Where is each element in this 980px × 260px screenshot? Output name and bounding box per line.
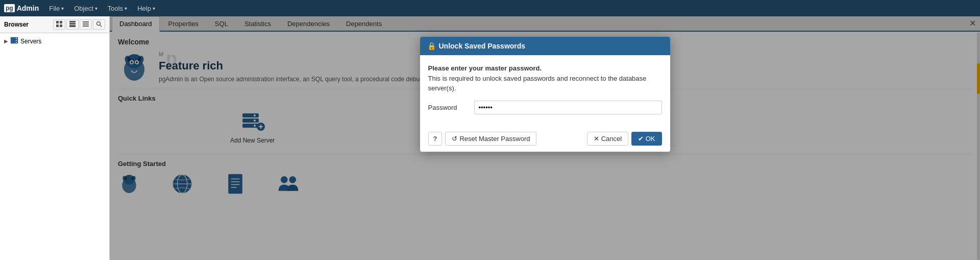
- modal-overlay: 🔒 Unlock Saved Passwords Please enter yo…: [110, 16, 980, 260]
- server-icon-svg: [10, 37, 18, 44]
- main-layout: Browser ▶: [0, 16, 980, 260]
- sidebar: Browser ▶: [0, 16, 110, 260]
- sidebar-title: Browser: [4, 21, 29, 28]
- sidebar-toolbar: [53, 19, 105, 30]
- table-icon: [69, 21, 76, 27]
- password-input[interactable]: [474, 101, 662, 114]
- modal-body: Please enter your master password. This …: [420, 55, 670, 128]
- logo-pg: pg: [4, 4, 15, 12]
- ok-button[interactable]: ✔ OK: [631, 132, 662, 146]
- lock-icon: 🔒: [427, 42, 436, 50]
- content-area: Dashboard Properties SQL Statistics Depe…: [110, 16, 980, 260]
- svg-rect-3: [60, 25, 62, 27]
- chevron-down-icon: ▾: [153, 6, 155, 11]
- chevron-down-icon: ▾: [95, 6, 97, 11]
- sidebar-tree: ▶ Servers: [0, 33, 109, 260]
- menu-file[interactable]: File ▾: [45, 3, 68, 14]
- svg-point-15: [16, 38, 17, 39]
- svg-rect-4: [69, 21, 76, 22]
- modal-title: Unlock Saved Passwords: [439, 42, 526, 50]
- servers-label: Servers: [20, 38, 41, 45]
- menu-object[interactable]: Object ▾: [70, 3, 102, 14]
- chevron-down-icon: ▾: [61, 6, 64, 11]
- svg-line-11: [100, 25, 102, 27]
- svg-rect-6: [69, 25, 76, 27]
- topbar: pgAdmin File ▾ Object ▾ Tools ▾ Help ▾: [0, 0, 980, 16]
- logo-admin: Admin: [17, 4, 39, 12]
- svg-rect-5: [69, 23, 76, 25]
- modal-header: 🔒 Unlock Saved Passwords: [420, 37, 670, 55]
- sidebar-tool-table[interactable]: [66, 19, 79, 30]
- footer-left: ? ↺ Reset Master Password: [428, 132, 537, 146]
- reset-master-password-button[interactable]: ↺ Reset Master Password: [445, 132, 536, 146]
- svg-point-16: [16, 40, 17, 41]
- svg-point-10: [97, 22, 101, 26]
- password-label: Password: [428, 104, 469, 111]
- sidebar-item-servers[interactable]: ▶ Servers: [0, 35, 109, 47]
- reset-label: Reset Master Password: [459, 135, 530, 143]
- help-button[interactable]: ?: [428, 132, 443, 146]
- svg-rect-1: [60, 21, 62, 23]
- sidebar-tool-grid[interactable]: [53, 19, 65, 30]
- modal-description: Please enter your master password. This …: [428, 63, 662, 93]
- svg-rect-9: [83, 26, 89, 27]
- modal-desc-line1: Please enter your master password.: [428, 64, 542, 72]
- properties-icon: [83, 21, 89, 27]
- sidebar-header: Browser: [0, 16, 109, 33]
- server-icon: [10, 37, 18, 45]
- search-icon: [96, 21, 102, 27]
- svg-point-17: [16, 42, 17, 43]
- chevron-down-icon: ▾: [125, 6, 127, 11]
- menu-tools[interactable]: Tools ▾: [104, 3, 131, 14]
- modal-desc-line2: This is required to unlock saved passwor…: [428, 75, 647, 92]
- footer-right: ✕ Cancel ✔ OK: [587, 132, 662, 146]
- logo: pgAdmin: [4, 4, 39, 12]
- modal-footer: ? ↺ Reset Master Password ✕ Cancel ✔ OK: [420, 128, 670, 152]
- cancel-button[interactable]: ✕ Cancel: [587, 132, 628, 146]
- sidebar-tool-properties[interactable]: [80, 19, 92, 30]
- svg-rect-7: [83, 21, 89, 22]
- tree-expand-arrow: ▶: [4, 38, 8, 44]
- svg-rect-8: [83, 23, 89, 25]
- grid-icon: [56, 21, 62, 27]
- menu-help[interactable]: Help ▾: [133, 3, 159, 14]
- unlock-passwords-modal: 🔒 Unlock Saved Passwords Please enter yo…: [420, 37, 670, 152]
- password-row: Password: [428, 101, 662, 114]
- reset-icon: ↺: [452, 135, 457, 143]
- svg-rect-2: [56, 25, 59, 27]
- svg-rect-0: [56, 21, 59, 23]
- sidebar-tool-search[interactable]: [93, 19, 105, 30]
